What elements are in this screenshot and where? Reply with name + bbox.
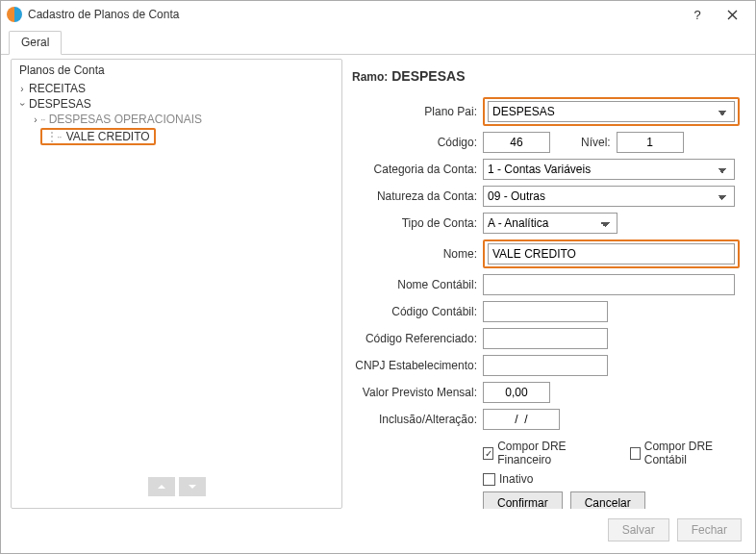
label-valor-prev: Valor Previsto Mensal: xyxy=(352,386,483,399)
tabstrip: Geral xyxy=(1,30,755,55)
tree-item-vale-credito[interactable]: ⋮·· VALE CREDITO xyxy=(40,128,156,145)
account-form: Ramo: DESPESAS Plano Pai: DESPESAS Códig… xyxy=(346,59,745,509)
tree-label: DESPESAS xyxy=(29,97,91,111)
label-natureza: Natureza da Conta: xyxy=(352,189,483,203)
label-nivel: Nível: xyxy=(581,136,617,149)
window-title: Cadastro de Planos de Conta xyxy=(28,8,680,21)
cancelar-button[interactable]: Cancelar xyxy=(570,491,645,509)
label-inclusao: Inclusão/Alteração: xyxy=(352,413,483,426)
checkbox-row-2: Inativo xyxy=(483,472,740,486)
row-codigo-ref: Código Referenciado: xyxy=(352,328,740,349)
row-codigo-contabil: Código Contábil: xyxy=(352,301,740,322)
row-codigo-nivel: Código: Nível: xyxy=(352,132,740,153)
label-categoria: Categoria da Conta: xyxy=(352,163,483,176)
nivel-input[interactable] xyxy=(617,132,684,153)
label-nome-contabil: Nome Contábil: xyxy=(352,278,483,291)
label-tipo: Tipo de Conta: xyxy=(352,216,483,230)
label-codigo: Código: xyxy=(352,136,483,149)
tipo-select[interactable]: A - Analítica xyxy=(483,213,617,234)
chevron-right-icon: › xyxy=(31,114,40,125)
tree-panel: Planos de Conta › RECEITAS › DESPESAS › … xyxy=(11,59,342,509)
fechar-button[interactable]: Fechar xyxy=(677,518,742,541)
row-valor-prev: Valor Previsto Mensal: xyxy=(352,382,740,403)
chevron-up-icon xyxy=(156,481,167,492)
confirmar-button[interactable]: Confirmar xyxy=(483,491,563,509)
checkbox-label: Compor DRE Contábil xyxy=(644,440,740,466)
checkbox-inativo[interactable]: Inativo xyxy=(483,472,533,486)
checkbox-dre-financeiro[interactable]: ✓ Compor DRE Financeiro xyxy=(483,440,603,466)
tree-label: RECEITAS xyxy=(29,82,86,95)
inclusao-input[interactable] xyxy=(483,409,560,430)
checkbox-checked-icon: ✓ xyxy=(483,447,493,460)
label-cnpj: CNPJ Estabelecimento: xyxy=(352,359,483,372)
tree-item-despesas[interactable]: › DESPESAS xyxy=(17,96,336,112)
checkbox-dre-contabil[interactable]: Compor DRE Contábil xyxy=(630,440,740,466)
natureza-select[interactable]: 09 - Outras xyxy=(483,186,735,207)
checkbox-label: Compor DRE Financeiro xyxy=(497,440,602,466)
categoria-select[interactable]: 1 - Contas Variáveis xyxy=(483,159,735,180)
chevron-down-icon xyxy=(187,481,198,492)
codigo-contabil-input[interactable] xyxy=(483,301,608,322)
ramo-label: Ramo: xyxy=(352,70,388,84)
titlebar: Cadastro de Planos de Conta ? xyxy=(1,1,755,28)
tree-label: VALE CREDITO xyxy=(66,130,150,143)
content-area: Planos de Conta › RECEITAS › DESPESAS › … xyxy=(1,55,755,509)
tree-label: DESPESAS OPERACIONAIS xyxy=(49,113,202,126)
nome-input[interactable] xyxy=(488,243,735,264)
salvar-button[interactable]: Salvar xyxy=(608,518,669,541)
checkbox-label: Inativo xyxy=(499,472,533,486)
tree-item-receitas[interactable]: › RECEITAS xyxy=(17,81,336,96)
tree-item-despesas-operacionais[interactable]: › ·· DESPESAS OPERACIONAIS xyxy=(17,112,336,127)
codigo-ref-input[interactable] xyxy=(483,328,608,349)
move-up-button[interactable] xyxy=(148,477,175,496)
checkbox-unchecked-icon xyxy=(483,473,495,486)
tree-connector-icon: ⋮·· xyxy=(46,130,62,143)
tab-geral[interactable]: Geral xyxy=(9,31,62,55)
window-cadastro-planos: Cadastro de Planos de Conta ? Geral Plan… xyxy=(0,0,756,554)
tree-reorder-controls xyxy=(17,471,336,504)
row-inclusao: Inclusão/Alteração: xyxy=(352,409,740,430)
plano-pai-select[interactable]: DESPESAS xyxy=(488,101,735,122)
label-codigo-ref: Código Referenciado: xyxy=(352,332,483,345)
help-button[interactable]: ? xyxy=(680,3,715,26)
label-codigo-contabil: Código Contábil: xyxy=(352,305,483,318)
dialog-footer: Salvar Fechar xyxy=(1,509,755,553)
highlighted-field-plano-pai: DESPESAS xyxy=(483,97,740,126)
close-button[interactable] xyxy=(715,3,749,26)
accounts-tree: › RECEITAS › DESPESAS › ·· DESPESAS OPER… xyxy=(17,81,336,471)
valor-prev-input[interactable] xyxy=(483,382,550,403)
row-nome: Nome: xyxy=(352,239,740,268)
row-tipo: Tipo de Conta: A - Analítica xyxy=(352,213,740,234)
row-nome-contabil: Nome Contábil: xyxy=(352,274,740,295)
nome-contabil-input[interactable] xyxy=(483,274,735,295)
checkbox-row-1: ✓ Compor DRE Financeiro Compor DRE Contá… xyxy=(483,440,740,466)
move-down-button[interactable] xyxy=(179,477,206,496)
form-action-buttons: Confirmar Cancelar xyxy=(483,491,740,509)
chevron-right-icon: › xyxy=(17,84,27,94)
chevron-down-icon: › xyxy=(17,99,28,109)
tree-title: Planos de Conta xyxy=(19,63,336,77)
cnpj-input[interactable] xyxy=(483,355,608,376)
close-icon xyxy=(727,10,738,20)
checkbox-unchecked-icon xyxy=(630,447,641,460)
ramo-heading: Ramo: DESPESAS xyxy=(352,68,740,84)
label-plano-pai: Plano Pai: xyxy=(352,105,483,118)
codigo-input[interactable] xyxy=(483,132,550,153)
row-categoria: Categoria da Conta: 1 - Contas Variáveis xyxy=(352,159,740,180)
tree-connector-icon: ·· xyxy=(40,113,45,126)
highlighted-field-nome xyxy=(483,239,740,268)
label-nome: Nome: xyxy=(352,247,483,261)
row-cnpj: CNPJ Estabelecimento: xyxy=(352,355,740,376)
row-natureza: Natureza da Conta: 09 - Outras xyxy=(352,186,740,207)
ramo-value: DESPESAS xyxy=(391,68,465,84)
app-icon xyxy=(7,7,22,22)
row-plano-pai: Plano Pai: DESPESAS xyxy=(352,97,740,126)
